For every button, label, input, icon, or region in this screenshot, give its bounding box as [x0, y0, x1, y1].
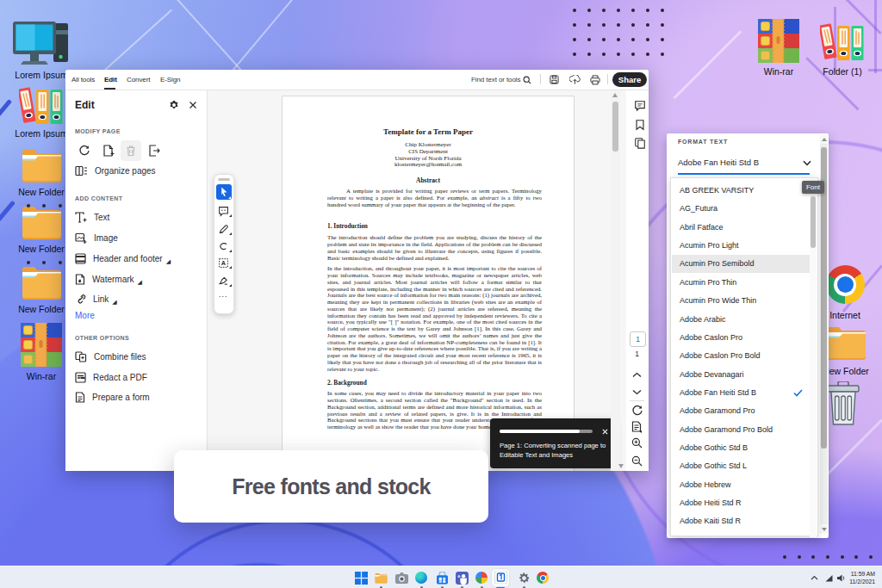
svg-text:A: A [221, 259, 227, 267]
